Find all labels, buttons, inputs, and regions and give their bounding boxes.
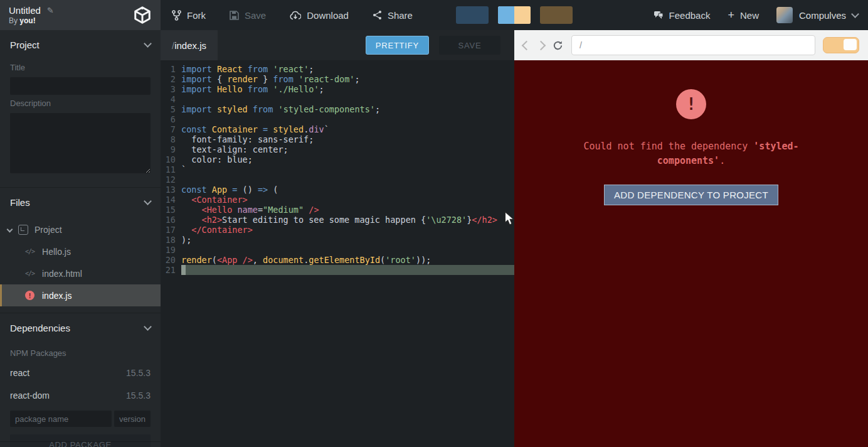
code-line-10[interactable]: 10 color: blue;	[161, 154, 514, 164]
project-root-item[interactable]: Project	[0, 219, 161, 240]
line-content	[181, 245, 514, 255]
file-item-Hello.js[interactable]: </>Hello.js	[0, 240, 161, 262]
new-sandbox-button[interactable]: + New	[728, 9, 759, 21]
chevron-down-icon	[144, 197, 152, 205]
line-number: 20	[161, 255, 181, 265]
line-number: 1	[161, 64, 181, 74]
file-list: </>Hello.js</>index.html!index.js	[0, 240, 161, 306]
external-resources-section-header[interactable]: External Resources	[0, 441, 161, 447]
code-line-14[interactable]: 14 <Container>	[161, 195, 514, 205]
code-line-20[interactable]: 20render(<App />, document.getElementByI…	[161, 255, 514, 265]
line-content: render(<App />, document.getElementById(…	[181, 255, 514, 265]
live-preview-toggle[interactable]	[823, 37, 859, 53]
sidebar: Project Title Description Files Project	[0, 30, 161, 447]
line-number: 4	[161, 94, 181, 104]
code-line-19[interactable]: 19	[161, 245, 514, 255]
line-content: </Container>	[181, 225, 514, 235]
codesandbox-logo-icon[interactable]	[133, 6, 152, 24]
code-line-11[interactable]: 11`	[161, 164, 514, 175]
codesandbox-app: Untitled ✎ By you! Fork	[0, 0, 868, 447]
project-icon	[18, 225, 28, 235]
plus-icon: +	[728, 9, 734, 21]
line-content: import Hello from './Hello';	[181, 84, 514, 94]
code-line-7[interactable]: 7const Container = styled.div`	[161, 124, 514, 134]
line-content	[181, 265, 514, 275]
line-number: 12	[161, 175, 181, 185]
project-description-input[interactable]	[10, 113, 151, 173]
prettify-button[interactable]: PRETTIFY	[366, 36, 429, 55]
line-content: const Container = styled.div`	[181, 124, 514, 134]
line-content: import React from 'react';	[181, 64, 514, 74]
code-editor-pane: /index.js PRETTIFY SAVE 1import React fr…	[161, 30, 514, 447]
username: Compulves	[799, 10, 846, 21]
code-line-12[interactable]: 12	[161, 175, 514, 185]
line-content	[181, 175, 514, 185]
project-section-header[interactable]: Project	[0, 30, 161, 59]
code-line-3[interactable]: 3import Hello from './Hello';	[161, 84, 514, 94]
dependency-name: react	[10, 368, 29, 378]
code-line-21[interactable]: 21	[161, 265, 514, 275]
code-line-1[interactable]: 1import React from 'react';	[161, 64, 514, 74]
code-line-18[interactable]: 18);	[161, 235, 514, 245]
chevron-down-icon	[144, 40, 152, 48]
dependencies-section-header[interactable]: Dependencies	[0, 313, 161, 342]
dependency-react-dom[interactable]: react-dom15.5.3	[0, 384, 161, 407]
download-icon	[290, 11, 301, 20]
toggle-knob	[844, 39, 857, 50]
file-item-index.html[interactable]: </>index.html	[0, 262, 161, 284]
code-line-2[interactable]: 2import { render } from 'react-dom';	[161, 74, 514, 84]
user-menu[interactable]: Compulves	[776, 7, 858, 23]
line-number: 2	[161, 74, 181, 84]
dependency-error-screen: ! Could not find the dependency 'styled-…	[514, 60, 868, 447]
preview-view-button[interactable]	[540, 6, 573, 24]
edit-title-icon[interactable]: ✎	[47, 6, 54, 15]
add-dependency-button[interactable]: ADD DEPENDENCY TO PROJECT	[604, 185, 778, 205]
feedback-button[interactable]: Feedback	[654, 10, 711, 21]
code-line-17[interactable]: 17 </Container>	[161, 225, 514, 235]
editor-save-button[interactable]: SAVE	[439, 36, 500, 55]
split-view-button[interactable]	[498, 6, 531, 24]
code-lines: 1import React from 'react';2import { ren…	[161, 64, 514, 275]
code-line-16[interactable]: 16 <h2>Start editing to see some magic h…	[161, 215, 514, 225]
package-version-input[interactable]	[114, 411, 151, 427]
code-line-4[interactable]: 4	[161, 94, 514, 104]
fork-button[interactable]: Fork	[172, 10, 206, 21]
tab-index-js[interactable]: /index.js	[161, 30, 218, 60]
files-section-header[interactable]: Files	[0, 187, 161, 217]
back-icon[interactable]	[522, 40, 532, 50]
line-content: import { render } from 'react-dom';	[181, 74, 514, 84]
code-line-15[interactable]: 15 <Hello name="Medium" />	[161, 205, 514, 215]
npm-packages-label: NPM Packages	[0, 342, 161, 362]
share-button[interactable]: Share	[373, 10, 413, 21]
code-line-5[interactable]: 5import styled from 'styled-components';	[161, 104, 514, 114]
save-button[interactable]: Save	[230, 10, 266, 21]
forward-icon[interactable]	[536, 40, 546, 50]
file-item-index.js[interactable]: !index.js	[0, 284, 161, 306]
code-line-8[interactable]: 8 font-family: sans-serif;	[161, 134, 514, 144]
line-content: `	[181, 164, 514, 175]
package-name-input[interactable]	[10, 411, 112, 427]
line-number: 15	[161, 205, 181, 215]
url-input[interactable]	[571, 35, 815, 55]
dependency-react[interactable]: react15.5.3	[0, 362, 161, 384]
code-line-6[interactable]: 6	[161, 114, 514, 124]
code-line-13[interactable]: 13const App = () => (	[161, 185, 514, 195]
project-title-input[interactable]	[10, 77, 151, 95]
chevron-down-icon	[144, 323, 152, 331]
code-file-icon: </>	[25, 270, 34, 277]
line-number: 10	[161, 154, 181, 164]
code-line-9[interactable]: 9 text-align: center;	[161, 144, 514, 154]
editor-view-button[interactable]	[456, 6, 489, 24]
line-content: <h2>Start editing to see some magic happ…	[181, 215, 514, 225]
download-button[interactable]: Download	[290, 10, 349, 21]
preview-pane: ! Could not find the dependency 'styled-…	[514, 30, 868, 447]
editor-toolbar: /index.js PRETTIFY SAVE	[161, 30, 514, 60]
line-number: 18	[161, 235, 181, 245]
workspace-byline: By you!	[9, 16, 54, 25]
user-avatar	[776, 7, 793, 23]
refresh-icon[interactable]	[552, 40, 564, 51]
line-number: 17	[161, 225, 181, 235]
file-name: index.js	[42, 291, 71, 301]
code-area[interactable]: 1import React from 'react';2import { ren…	[161, 60, 514, 447]
workspace-title: Untitled	[9, 5, 41, 16]
